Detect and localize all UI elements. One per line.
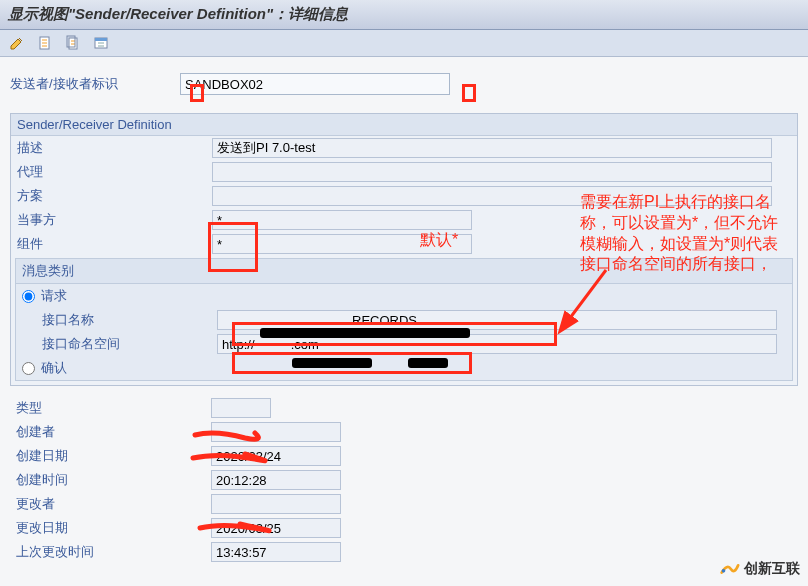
label-create-time: 创建时间 <box>16 471 211 489</box>
main-content: 发送者/接收者标识 Sender/Receiver Definition 描述 … <box>0 57 808 564</box>
watermark-text: 创新互联 <box>744 560 800 578</box>
scribble-meta <box>185 430 305 550</box>
layout-icon[interactable] <box>92 34 110 52</box>
annotation-arrow <box>556 270 616 340</box>
annotation-default-star: 默认* <box>420 230 458 251</box>
svg-rect-4 <box>95 38 107 41</box>
label-scheme: 方案 <box>17 187 212 205</box>
redaction-ns-2 <box>408 358 448 368</box>
label-agent: 代理 <box>17 163 212 181</box>
annotation-side-note: 需要在新PI上执行的接口名称，可以设置为*，但不允许模糊输入，如设置为*则代表接… <box>580 192 790 275</box>
annotation-box-identifier-left <box>190 84 204 102</box>
row-create-time: 创建时间 <box>10 468 798 492</box>
identifier-label: 发送者/接收者标识 <box>10 75 180 93</box>
watermark-icon <box>718 558 740 580</box>
radio-confirm[interactable] <box>22 362 35 375</box>
input-description[interactable] <box>212 138 772 158</box>
annotation-box-star <box>208 222 258 272</box>
identifier-input[interactable] <box>180 73 450 95</box>
label-last-change-time: 上次更改时间 <box>16 543 211 561</box>
window-title: 显示视图"Sender/Receiver Definition"：详细信息 <box>8 5 348 22</box>
label-component: 组件 <box>17 235 212 253</box>
watermark: 创新互联 <box>718 558 800 580</box>
label-create-date: 创建日期 <box>16 447 211 465</box>
row-changer: 更改者 <box>10 492 798 516</box>
label-changer: 更改者 <box>16 495 211 513</box>
radio-request[interactable] <box>22 290 35 303</box>
label-interface-ns: 接口命名空间 <box>22 335 217 353</box>
document-copy-icon[interactable] <box>64 34 82 52</box>
redaction-ns-1 <box>292 358 372 368</box>
input-type[interactable] <box>211 398 271 418</box>
row-last-change-time: 上次更改时间 <box>10 540 798 564</box>
row-type: 类型 <box>10 396 798 420</box>
radio-request-row: 请求 <box>16 284 792 308</box>
row-description: 描述 <box>11 136 797 160</box>
label-description: 描述 <box>17 139 212 157</box>
edit-toggle-icon[interactable] <box>8 34 26 52</box>
annotation-box-identifier-right <box>462 84 476 102</box>
toolbar <box>0 30 808 57</box>
redaction-interface-name <box>260 328 470 338</box>
svg-line-5 <box>561 270 606 330</box>
label-interface-name: 接口名称 <box>22 311 217 329</box>
label-party: 当事方 <box>17 211 212 229</box>
row-agent: 代理 <box>11 160 797 184</box>
definition-group-title: Sender/Receiver Definition <box>11 114 797 136</box>
radio-confirm-label: 确认 <box>41 359 67 377</box>
window-title-bar: 显示视图"Sender/Receiver Definition"：详细信息 <box>0 0 808 30</box>
label-type: 类型 <box>16 399 211 417</box>
label-change-date: 更改日期 <box>16 519 211 537</box>
document-icon[interactable] <box>36 34 54 52</box>
row-change-date: 更改日期 <box>10 516 798 540</box>
identifier-row: 发送者/接收者标识 <box>10 73 798 95</box>
row-creator: 创建者 <box>10 420 798 444</box>
radio-request-label: 请求 <box>41 287 67 305</box>
input-agent[interactable] <box>212 162 772 182</box>
row-create-date: 创建日期 <box>10 444 798 468</box>
label-creator: 创建者 <box>16 423 211 441</box>
svg-point-6 <box>722 569 726 573</box>
